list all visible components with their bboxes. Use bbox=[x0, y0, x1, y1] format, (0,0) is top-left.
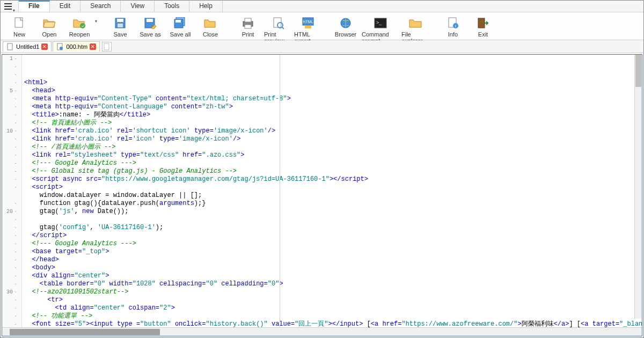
saveall-button[interactable]: Save all bbox=[166, 14, 195, 39]
close-icon[interactable]: ✕ bbox=[41, 43, 48, 50]
chevron-down-icon[interactable]: ▾ bbox=[95, 19, 97, 43]
menu-search[interactable]: Search bbox=[80, 1, 121, 12]
menubar: ▾ FileEditSearchViewToolsHelp bbox=[1, 1, 643, 12]
print-button[interactable]: Print bbox=[233, 14, 262, 39]
ruler bbox=[280, 55, 280, 327]
new-file-icon bbox=[12, 16, 27, 30]
menu-tools[interactable]: Tools bbox=[155, 1, 189, 12]
menu-edit[interactable]: Edit bbox=[50, 1, 81, 12]
editor: 1--··5-····10····--···20····---·--30····… bbox=[2, 54, 642, 336]
info-icon: i bbox=[445, 16, 460, 30]
html-icon: HTML bbox=[301, 16, 316, 30]
new-button[interactable]: New bbox=[5, 14, 34, 39]
info-button[interactable]: iInfo bbox=[438, 14, 467, 39]
save-button[interactable]: Save bbox=[106, 14, 135, 39]
file-tab[interactable]: 000.htm✕ bbox=[53, 41, 100, 52]
svg-rect-6 bbox=[147, 19, 153, 22]
code-editor[interactable]: 1--··5-····10····--···20····---·--30····… bbox=[2, 55, 642, 327]
menu-view[interactable]: View bbox=[121, 1, 155, 12]
svg-rect-17 bbox=[305, 26, 311, 28]
page-magnify-icon bbox=[270, 16, 286, 30]
svg-text:HTML: HTML bbox=[303, 20, 313, 24]
close-button[interactable]: Close bbox=[196, 14, 225, 39]
chevron-down-icon: ▾ bbox=[13, 8, 15, 13]
svg-point-1 bbox=[80, 23, 85, 28]
code-area[interactable]: <html> <head> <meta http-equiv="Content-… bbox=[22, 55, 642, 327]
globe-icon bbox=[338, 16, 353, 30]
exit-button[interactable]: Exit bbox=[469, 14, 497, 39]
terminal-icon: >_ bbox=[373, 16, 388, 30]
gutter: 1--··5-····10····--···20····---·--30····… bbox=[2, 55, 22, 327]
new-tab-button[interactable] bbox=[102, 42, 112, 52]
svg-rect-12 bbox=[245, 25, 251, 28]
file-tab[interactable]: Untitled1✕ bbox=[3, 41, 52, 52]
svg-text:i: i bbox=[455, 24, 456, 28]
folder-reopen-icon bbox=[72, 16, 87, 30]
svg-rect-9 bbox=[175, 20, 181, 23]
hamburger-menu[interactable]: ▾ bbox=[1, 1, 19, 12]
printer-icon bbox=[240, 16, 255, 30]
menu-help[interactable]: Help bbox=[189, 1, 223, 12]
svg-point-27 bbox=[60, 47, 63, 50]
floppy-multi-icon bbox=[173, 16, 188, 30]
reopen-button[interactable]: Reopen bbox=[65, 14, 94, 39]
app-window: ▾ FileEditSearchViewToolsHelp New Open R… bbox=[0, 0, 644, 338]
folder-close-icon bbox=[203, 16, 218, 30]
svg-rect-28 bbox=[104, 43, 109, 50]
floppy-icon bbox=[113, 16, 128, 30]
saveas-button[interactable]: Save as bbox=[136, 14, 165, 39]
svg-rect-4 bbox=[118, 24, 123, 27]
floppy-pencil-icon bbox=[143, 16, 158, 30]
svg-rect-3 bbox=[117, 19, 123, 22]
menu-file[interactable]: File bbox=[19, 1, 50, 12]
folder-open-icon bbox=[42, 16, 57, 30]
folder-icon bbox=[408, 16, 423, 30]
toolbar: New Open Reopen▾ Save Save as Save all C… bbox=[1, 12, 643, 40]
svg-rect-25 bbox=[8, 43, 12, 50]
open-button[interactable]: Open bbox=[35, 14, 64, 39]
horizontal-scrollbar[interactable] bbox=[2, 327, 642, 336]
vertical-scrollbar[interactable] bbox=[634, 55, 642, 319]
browser-button[interactable]: Browser bbox=[331, 14, 360, 39]
exit-icon bbox=[475, 16, 491, 30]
svg-rect-11 bbox=[245, 18, 251, 22]
close-icon[interactable]: ✕ bbox=[90, 43, 96, 50]
svg-text:>_: >_ bbox=[376, 20, 382, 25]
